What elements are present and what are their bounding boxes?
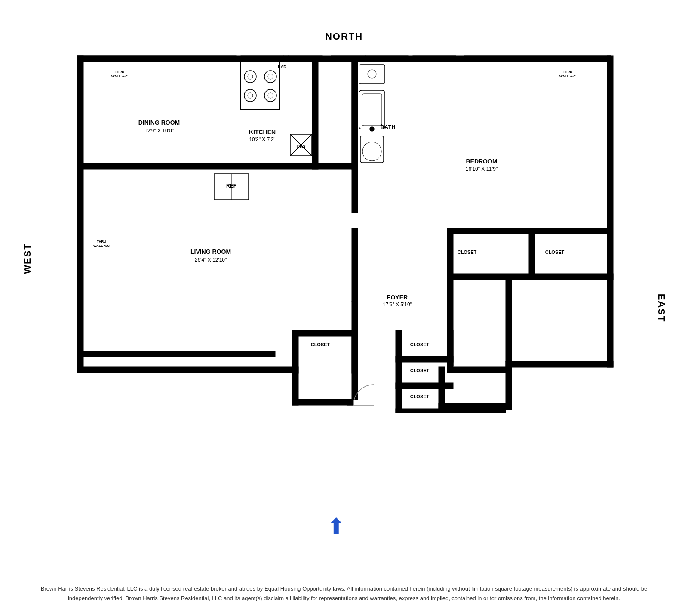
svg-rect-20: [464, 56, 611, 62]
svg-rect-17: [331, 56, 366, 62]
svg-text:CLOSET: CLOSET: [410, 394, 430, 399]
svg-rect-12: [607, 56, 613, 367]
svg-text:KITCHEN: KITCHEN: [249, 129, 276, 136]
svg-text:THRU: THRU: [563, 70, 572, 74]
svg-point-56: [362, 142, 381, 161]
svg-rect-13: [77, 56, 236, 62]
entry-arrow: ⬆: [327, 515, 346, 538]
svg-rect-1: [77, 56, 83, 357]
svg-text:DINING ROOM: DINING ROOM: [138, 119, 180, 126]
svg-rect-25: [352, 228, 358, 301]
svg-rect-35: [447, 330, 453, 370]
svg-rect-14: [241, 56, 284, 62]
svg-text:26'4" X 12'10": 26'4" X 12'10": [195, 257, 227, 263]
page-container: NORTH EAST WEST: [0, 0, 688, 616]
svg-rect-2: [77, 351, 275, 357]
svg-rect-53: [362, 94, 382, 126]
svg-rect-6: [292, 399, 353, 405]
svg-point-54: [370, 127, 374, 131]
svg-rect-31: [292, 330, 358, 336]
svg-text:CLOSET: CLOSET: [311, 342, 330, 347]
svg-text:17'6" X 5'10": 17'6" X 5'10": [383, 302, 412, 308]
svg-text:CLOSET: CLOSET: [545, 249, 565, 255]
svg-rect-34: [396, 330, 402, 413]
svg-rect-22: [83, 163, 352, 169]
west-label: WEST: [22, 243, 33, 274]
svg-text:CLOSET: CLOSET: [410, 342, 430, 347]
svg-rect-11: [506, 361, 613, 367]
svg-text:BEDROOM: BEDROOM: [466, 158, 497, 165]
svg-text:THRU: THRU: [97, 240, 106, 243]
svg-rect-19: [413, 56, 456, 62]
svg-rect-28: [529, 228, 535, 280]
svg-rect-41: [241, 62, 280, 109]
svg-text:D/W: D/W: [296, 144, 306, 149]
svg-rect-24: [352, 62, 358, 169]
svg-rect-29: [447, 274, 613, 280]
svg-rect-37: [396, 383, 453, 389]
footer-disclaimer: Brown Harris Stevens Residential, LLC is…: [34, 584, 654, 603]
svg-rect-36: [396, 356, 453, 362]
svg-text:12'9" X 10'0": 12'9" X 10'0": [144, 128, 174, 134]
floorplan-svg: THRU WALL A/C THRU WALL A/C THRU WALL A/…: [52, 43, 628, 413]
svg-text:16'10" X 11'9": 16'10" X 11'9": [466, 166, 498, 172]
svg-rect-18: [366, 56, 408, 62]
svg-rect-38: [396, 409, 506, 413]
svg-rect-50: [359, 65, 385, 84]
svg-rect-40: [447, 367, 512, 373]
svg-text:CLOSET: CLOSET: [410, 368, 430, 373]
svg-text:THRU: THRU: [115, 70, 124, 74]
north-label: NORTH: [325, 31, 363, 42]
svg-text:REF: REF: [226, 183, 236, 189]
east-label: EAST: [656, 294, 667, 323]
svg-text:WALL A/C: WALL A/C: [559, 74, 576, 78]
svg-text:RAD: RAD: [278, 65, 286, 69]
svg-rect-4: [77, 367, 297, 373]
svg-rect-15: [284, 56, 288, 62]
svg-rect-33: [352, 330, 358, 373]
svg-text:BATH: BATH: [380, 124, 395, 130]
svg-text:FOYER: FOYER: [387, 294, 408, 301]
svg-text:LIVING ROOM: LIVING ROOM: [190, 248, 231, 255]
svg-rect-23: [312, 62, 318, 169]
svg-text:WALL A/C: WALL A/C: [93, 244, 110, 248]
svg-rect-32: [292, 330, 298, 373]
svg-text:CLOSET: CLOSET: [458, 249, 477, 255]
svg-text:10'2" X 7'2": 10'2" X 7'2": [249, 136, 275, 142]
svg-rect-16: [288, 56, 322, 62]
svg-text:WALL A/C: WALL A/C: [111, 74, 128, 78]
svg-rect-39: [506, 275, 512, 361]
